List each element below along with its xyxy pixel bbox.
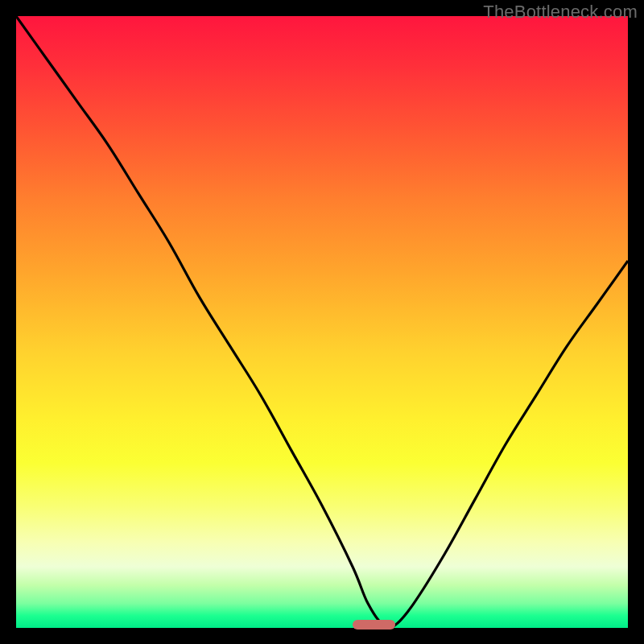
curve-path: [16, 16, 628, 628]
watermark-text: TheBottleneck.com: [483, 2, 638, 23]
chart-frame: TheBottleneck.com: [0, 0, 644, 644]
gradient-plot-area: [16, 16, 628, 628]
optimal-range-marker: [353, 620, 395, 630]
bottleneck-curve: [16, 16, 628, 628]
